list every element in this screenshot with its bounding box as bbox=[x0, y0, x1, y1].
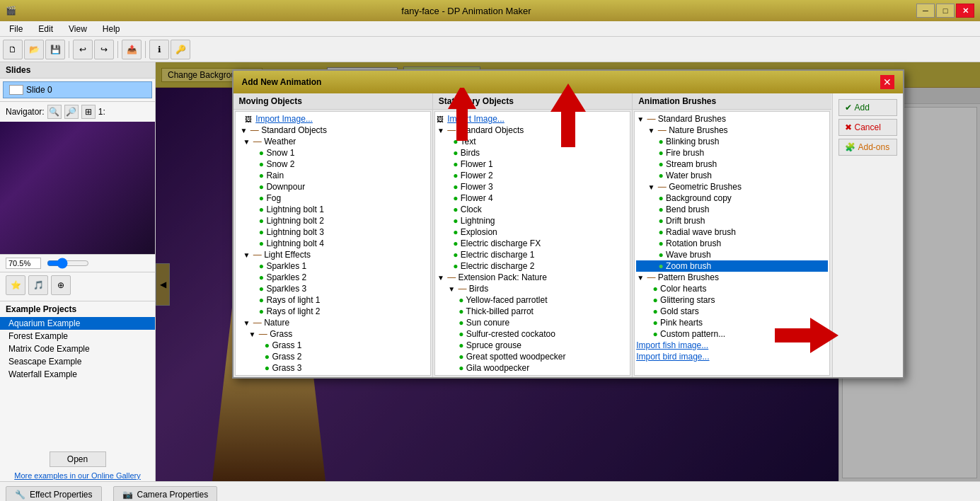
nature-group[interactable]: ▼ — Nature bbox=[237, 317, 429, 328]
sun-conure-item[interactable]: ● Sun conure bbox=[437, 317, 628, 328]
fit-button[interactable]: ⊞ bbox=[81, 105, 96, 119]
std-objects-stationary-group[interactable]: ▼ — Standard Objects bbox=[437, 125, 628, 136]
grass-group[interactable]: ▼ — Grass bbox=[237, 328, 429, 340]
restore-button[interactable]: □ bbox=[936, 4, 955, 18]
snow2-item[interactable]: ● Snow 2 bbox=[237, 159, 429, 170]
birds-item[interactable]: ● Birds bbox=[437, 147, 628, 159]
open-button[interactable]: 📂 bbox=[24, 40, 44, 59]
zoom-in-button[interactable]: 🔍 bbox=[47, 105, 62, 119]
rays1-item[interactable]: ● Rays of light 1 bbox=[237, 294, 429, 306]
explosion-item[interactable]: ● Explosion bbox=[437, 226, 628, 238]
birds-group[interactable]: ▼ — Birds bbox=[437, 283, 628, 294]
thick-billed-item[interactable]: ● Thick-billed parrot bbox=[437, 306, 628, 317]
yellow-parrotlet-item[interactable]: ● Yellow-faced parrotlet bbox=[437, 294, 628, 306]
stream-brush-item[interactable]: ● Stream brush bbox=[636, 159, 828, 170]
fire-brush-item[interactable]: ● Fire brush bbox=[636, 147, 828, 159]
dialog-add-button[interactable]: ✔ Add bbox=[838, 99, 897, 116]
lightning-bolt-2-item[interactable]: ● Lightning bolt 2 bbox=[237, 215, 429, 226]
sparkles1-item[interactable]: ● Sparkles 1 bbox=[237, 260, 429, 272]
zoom-out-button[interactable]: 🔎 bbox=[64, 105, 79, 119]
flower3-item[interactable]: ● Flower 3 bbox=[437, 181, 628, 192]
nature-brushes-group[interactable]: ▼ — Nature Brushes bbox=[636, 125, 828, 136]
zoom-value-input[interactable] bbox=[6, 258, 41, 269]
flower4-item[interactable]: ● Flower 4 bbox=[437, 192, 628, 204]
gold-stars-item[interactable]: ● Gold stars bbox=[636, 306, 828, 317]
project-item-aquarium[interactable]: Aquarium Example bbox=[0, 317, 155, 330]
gila-item[interactable]: ● Gila woodpecker bbox=[437, 362, 628, 374]
flower1-item[interactable]: ● Flower 1 bbox=[437, 159, 628, 170]
import-image-stationary[interactable]: 🖼 Import Image... bbox=[437, 113, 628, 125]
slide-item-0[interactable]: Slide 0 bbox=[3, 81, 152, 98]
grass1-item[interactable]: ● Grass 1 bbox=[237, 340, 429, 351]
woodpecker-item[interactable]: ● Great spotted woodpecker bbox=[437, 351, 628, 362]
project-item-waterfall[interactable]: Waterfall Example bbox=[0, 368, 155, 381]
animation-brushes-tree[interactable]: ▼ — Standard Brushes ▼ — Nature Brushes bbox=[634, 111, 830, 376]
sparkles3-item[interactable]: ● Sparkles 3 bbox=[237, 283, 429, 294]
project-item-forest[interactable]: Forest Example bbox=[0, 330, 155, 342]
save-button[interactable]: 💾 bbox=[45, 40, 65, 59]
color-hearts-item[interactable]: ● Color hearts bbox=[636, 283, 828, 294]
new-button[interactable]: 🗋 bbox=[3, 40, 23, 59]
zoom-slider[interactable] bbox=[47, 258, 89, 269]
bend-brush-item[interactable]: ● Bend brush bbox=[636, 204, 828, 215]
moving-objects-tree[interactable]: 🖼 Import Image... ▼ — Standard Objects ▼ bbox=[235, 111, 431, 376]
standard-objects-group[interactable]: ▼ — Standard Objects bbox=[237, 125, 429, 136]
spruce-grouse-item[interactable]: ● Spruce grouse bbox=[437, 340, 628, 351]
blinking-brush-item[interactable]: ● Blinking brush bbox=[636, 136, 828, 147]
grass2-item[interactable]: ● Grass 2 bbox=[237, 351, 429, 362]
stationary-objects-tree[interactable]: 🖼 Import Image... ▼ — Standard Objects bbox=[434, 111, 630, 376]
project-item-seascape[interactable]: Seascape Example bbox=[0, 355, 155, 368]
music-button[interactable]: 🎵 bbox=[28, 275, 48, 295]
lightning-bolt-1-item[interactable]: ● Lightning bolt 1 bbox=[237, 204, 429, 215]
pattern-brushes-group[interactable]: ▼ — Pattern Brushes bbox=[636, 272, 828, 283]
menu-help[interactable]: Help bbox=[96, 22, 127, 36]
water-brush-item[interactable]: ● Water brush bbox=[636, 170, 828, 181]
menu-file[interactable]: File bbox=[3, 22, 29, 36]
pink-hearts-item[interactable]: ● Pink hearts bbox=[636, 317, 828, 328]
wave-brush-item[interactable]: ● Wave brush bbox=[636, 249, 828, 260]
rotation-brush-item[interactable]: ● Rotation brush bbox=[636, 238, 828, 249]
lightning-item[interactable]: ● Lightning bbox=[437, 215, 628, 226]
standard-brushes-group[interactable]: ▼ — Standard Brushes bbox=[636, 113, 828, 125]
redo-button[interactable]: ↪ bbox=[94, 40, 114, 59]
downpour-item[interactable]: ● Downpour bbox=[237, 181, 429, 192]
radial-wave-item[interactable]: ● Radial wave brush bbox=[636, 226, 828, 238]
import-image-moving[interactable]: 🖼 Import Image... bbox=[237, 113, 429, 125]
clock-item[interactable]: ● Clock bbox=[437, 204, 628, 215]
drift-brush-item[interactable]: ● Drift brush bbox=[636, 215, 828, 226]
light-effects-group[interactable]: ▼ — Light Effects bbox=[237, 249, 429, 260]
weather-group[interactable]: ▼ — Weather bbox=[237, 136, 429, 147]
import-fish-item[interactable]: Import fish image... bbox=[636, 340, 828, 351]
undo-button[interactable]: ↩ bbox=[73, 40, 93, 59]
flower2-item[interactable]: ● Flower 2 bbox=[437, 170, 628, 181]
rays2-item[interactable]: ● Rays of light 2 bbox=[237, 306, 429, 317]
sparkles2-item[interactable]: ● Sparkles 2 bbox=[237, 272, 429, 283]
glittering-stars-item[interactable]: ● Glittering stars bbox=[636, 294, 828, 306]
menu-view[interactable]: View bbox=[62, 22, 93, 36]
electric1-item[interactable]: ● Electric discharge 1 bbox=[437, 249, 628, 260]
effect-properties-tab[interactable]: 🔧 Effect Properties bbox=[6, 486, 102, 502]
text-item[interactable]: ● Text bbox=[437, 136, 628, 147]
key-button[interactable]: 🔑 bbox=[171, 40, 190, 59]
extension-pack-group[interactable]: ▼ — Extension Pack: Nature bbox=[437, 272, 628, 283]
minimize-button[interactable]: ─ bbox=[916, 4, 935, 18]
lightning-bolt-3-item[interactable]: ● Lightning bolt 3 bbox=[237, 226, 429, 238]
menu-edit[interactable]: Edit bbox=[32, 22, 59, 36]
fog-item[interactable]: ● Fog bbox=[237, 192, 429, 204]
snow1-item[interactable]: ● Snow 1 bbox=[237, 147, 429, 159]
info-button[interactable]: ℹ bbox=[149, 40, 169, 59]
dialog-cancel-button[interactable]: ✖ Cancel bbox=[838, 119, 897, 136]
open-button-projects[interactable]: Open bbox=[50, 451, 106, 467]
close-button[interactable]: ✕ bbox=[956, 4, 974, 18]
project-item-matrix[interactable]: Matrix Code Example bbox=[0, 342, 155, 355]
dialog-close-button[interactable]: ✕ bbox=[880, 75, 894, 89]
add-slide-button[interactable]: ⊕ bbox=[51, 275, 71, 295]
gallery-link[interactable]: More examples in our Online Gallery bbox=[0, 470, 155, 481]
export-button[interactable]: 📤 bbox=[122, 40, 142, 59]
bg-copy-item[interactable]: ● Background copy bbox=[636, 192, 828, 204]
favorite-button[interactable]: ⭐ bbox=[6, 275, 25, 295]
grass3-item[interactable]: ● Grass 3 bbox=[237, 362, 429, 374]
custom-pattern-item[interactable]: ● Custom pattern... bbox=[636, 328, 828, 340]
zoom-brush-item[interactable]: ● Zoom brush bbox=[636, 260, 828, 272]
rain-item[interactable]: ● Rain bbox=[237, 170, 429, 181]
